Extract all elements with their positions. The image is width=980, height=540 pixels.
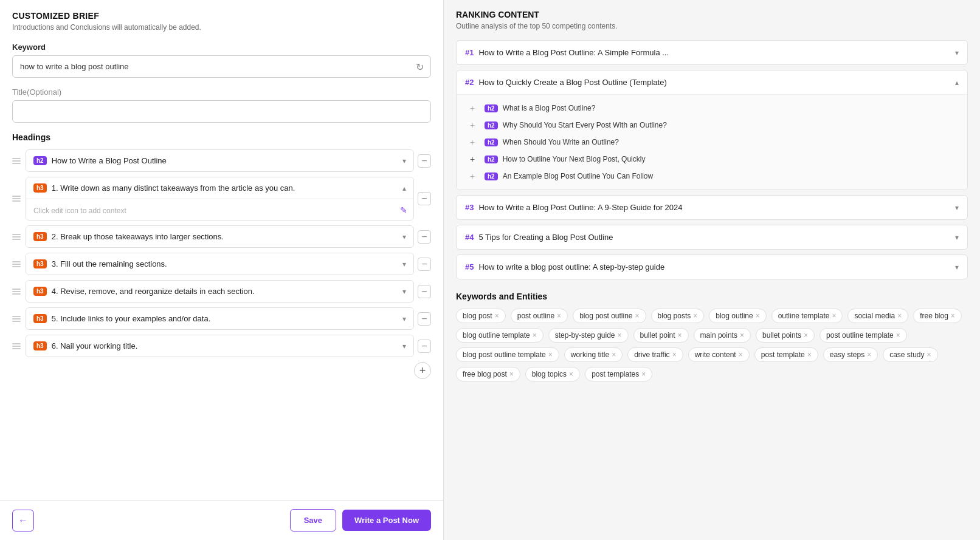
keyword-chip-23[interactable]: post templates× bbox=[585, 367, 652, 381]
keyword-chip-close-11[interactable]: × bbox=[740, 331, 744, 340]
keyword-chip-close-21[interactable]: × bbox=[509, 370, 514, 378]
keyword-chip-close-14[interactable]: × bbox=[548, 350, 553, 359]
rank-sub-item-1-2[interactable]: + h2 When Should You Write an Outline? bbox=[465, 134, 959, 151]
keyword-chip-close-4[interactable]: × bbox=[756, 312, 760, 320]
title-input[interactable] bbox=[12, 100, 431, 123]
h2-sub-badge-1-2: h2 bbox=[485, 138, 498, 146]
remove-heading-4[interactable]: − bbox=[418, 285, 431, 298]
keyword-chip-close-9[interactable]: × bbox=[618, 331, 622, 340]
edit-icon-1[interactable]: ✎ bbox=[400, 205, 407, 215]
rank-header-1[interactable]: #2 How to Quickly Create a Blog Post Out… bbox=[457, 70, 967, 94]
remove-heading-1[interactable]: − bbox=[418, 192, 431, 205]
keyword-chip-close-5[interactable]: × bbox=[832, 312, 836, 320]
remove-heading-0[interactable]: − bbox=[418, 154, 431, 168]
keyword-chip-close-6[interactable]: × bbox=[897, 312, 902, 320]
keyword-chip-label-11: main points bbox=[700, 331, 737, 340]
heading-card-header-3[interactable]: h3 3. Fill out the remaining sections. ▾ bbox=[26, 253, 413, 275]
drag-handle-2[interactable] bbox=[12, 231, 22, 242]
keyword-chip-close-12[interactable]: × bbox=[804, 331, 808, 340]
keyword-chip-15[interactable]: working title× bbox=[564, 347, 623, 362]
keyword-chip-close-23[interactable]: × bbox=[641, 370, 646, 378]
heading-card-1: h3 1. Write down as many distinct takeaw… bbox=[26, 177, 414, 220]
keyword-chip-close-8[interactable]: × bbox=[533, 331, 537, 340]
keyword-chip-3[interactable]: blog posts× bbox=[651, 309, 705, 323]
rank-item-0: #1 How to Write a Blog Post Outline: A S… bbox=[456, 40, 968, 65]
keyword-chip-8[interactable]: blog outline template× bbox=[456, 328, 543, 343]
keyword-chip-close-10[interactable]: × bbox=[678, 331, 682, 340]
drag-handle-1[interactable] bbox=[12, 193, 22, 204]
heading-card-header-0[interactable]: h2 How to Write a Blog Post Outline ▾ bbox=[26, 150, 413, 171]
keyword-chip-1[interactable]: post outline× bbox=[511, 309, 568, 323]
rank-header-2[interactable]: #3 How to Write a Blog Post Outline: A 9… bbox=[457, 196, 967, 219]
rank-sub-item-1-1[interactable]: + h2 Why Should You Start Every Post Wit… bbox=[465, 117, 959, 134]
remove-heading-6[interactable]: − bbox=[418, 340, 431, 353]
keyword-chip-6[interactable]: social media× bbox=[847, 309, 908, 323]
keyword-chip-close-19[interactable]: × bbox=[867, 350, 871, 359]
drag-handle-4[interactable] bbox=[12, 286, 22, 297]
heading-card-header-6[interactable]: h3 6. Nail your working title. ▾ bbox=[26, 335, 413, 357]
chevron-down-icon-6: ▾ bbox=[402, 342, 406, 350]
keyword-chip-18[interactable]: post template× bbox=[754, 347, 818, 362]
rank-header-4[interactable]: #5 How to write a blog post outline: A s… bbox=[457, 255, 967, 279]
keyword-chip-close-18[interactable]: × bbox=[807, 350, 812, 359]
keyword-chip-12[interactable]: bullet points× bbox=[756, 328, 815, 343]
heading-card-header-2[interactable]: h3 2. Break up those takeaways into larg… bbox=[26, 226, 413, 247]
keyword-chip-close-1[interactable]: × bbox=[557, 312, 561, 320]
write-post-button[interactable]: Write a Post Now bbox=[342, 510, 431, 531]
keyword-chip-21[interactable]: free blog post× bbox=[456, 367, 520, 381]
keyword-chip-close-0[interactable]: × bbox=[495, 312, 499, 320]
keyword-chip-14[interactable]: blog post outline template× bbox=[456, 347, 559, 362]
rank-sub-item-1-0[interactable]: + h2 What is a Blog Post Outline? bbox=[465, 100, 959, 117]
rank-sub-item-1-3[interactable]: + h2 How to Outline Your Next Blog Post,… bbox=[465, 151, 959, 168]
keyword-chip-9[interactable]: step-by-step guide× bbox=[548, 328, 629, 343]
keyword-chip-17[interactable]: write content× bbox=[688, 347, 750, 362]
remove-heading-5[interactable]: − bbox=[418, 312, 431, 326]
keyword-chip-0[interactable]: blog post× bbox=[456, 309, 506, 323]
drag-handle-6[interactable] bbox=[12, 341, 22, 352]
keyword-chip-5[interactable]: outline template× bbox=[771, 309, 843, 323]
keyword-chip-20[interactable]: case study× bbox=[883, 347, 937, 362]
save-button[interactable]: Save bbox=[290, 509, 336, 531]
remove-heading-3[interactable]: − bbox=[418, 258, 431, 271]
rank-sub-item-1-4[interactable]: + h2 An Example Blog Post Outline You Ca… bbox=[465, 168, 959, 185]
back-button[interactable]: ← bbox=[12, 510, 34, 531]
heading-card-header-4[interactable]: h3 4. Revise, remove, and reorganize det… bbox=[26, 281, 413, 302]
heading-card-header-5[interactable]: h3 5. Include links to your examples and… bbox=[26, 308, 413, 329]
right-panel: RANKING CONTENT Outline analysis of the … bbox=[444, 0, 980, 540]
keyword-chip-16[interactable]: drive traffic× bbox=[627, 347, 683, 362]
keyword-chip-close-7[interactable]: × bbox=[951, 312, 955, 320]
keyword-chip-close-13[interactable]: × bbox=[896, 331, 900, 340]
drag-handle-3[interactable] bbox=[12, 259, 22, 270]
rank-header-3[interactable]: #4 5 Tips for Creating a Blog Post Outli… bbox=[457, 225, 967, 249]
refresh-icon[interactable]: ↻ bbox=[416, 61, 424, 72]
keyword-chip-close-22[interactable]: × bbox=[569, 370, 573, 378]
drag-handle-0[interactable] bbox=[12, 156, 22, 166]
add-heading-button[interactable]: + bbox=[414, 362, 431, 379]
keyword-input[interactable] bbox=[12, 55, 431, 78]
keyword-chip-close-2[interactable]: × bbox=[635, 312, 640, 320]
keyword-chip-11[interactable]: main points× bbox=[694, 328, 751, 343]
rank-sub-text-1-1: Why Should You Start Every Post With an … bbox=[503, 121, 667, 129]
remove-heading-2[interactable]: − bbox=[418, 230, 431, 244]
keyword-chip-13[interactable]: post outline template× bbox=[820, 328, 907, 343]
keyword-chip-10[interactable]: bullet point× bbox=[633, 328, 689, 343]
keyword-chip-close-20[interactable]: × bbox=[927, 350, 931, 359]
keyword-chip-19[interactable]: easy steps× bbox=[823, 347, 878, 362]
title-wrapper bbox=[12, 100, 431, 123]
keyword-chip-close-16[interactable]: × bbox=[672, 350, 677, 359]
heading-text-0: How to Write a Blog Post Outline bbox=[52, 156, 398, 165]
keyword-chip-close-3[interactable]: × bbox=[693, 312, 697, 320]
keyword-chip-7[interactable]: free blog× bbox=[913, 309, 962, 323]
keyword-chip-22[interactable]: blog topics× bbox=[525, 367, 580, 381]
keyword-chip-2[interactable]: blog post outline× bbox=[573, 309, 646, 323]
left-panel: CUSTOMIZED BRIEF Introductions and Concl… bbox=[0, 0, 444, 540]
chevron-down-icon-2: ▾ bbox=[402, 233, 406, 241]
context-area-1: Click edit icon to add context ✎ bbox=[26, 199, 413, 220]
drag-handle-5[interactable] bbox=[12, 313, 22, 324]
keyword-chip-close-15[interactable]: × bbox=[612, 350, 616, 359]
rank-header-0[interactable]: #1 How to Write a Blog Post Outline: A S… bbox=[457, 41, 967, 64]
keyword-chip-close-17[interactable]: × bbox=[739, 350, 743, 359]
keyword-chip-4[interactable]: blog outline× bbox=[709, 309, 766, 323]
keyword-chip-label-0: blog post bbox=[463, 312, 492, 320]
heading-card-header-1[interactable]: h3 1. Write down as many distinct takeaw… bbox=[26, 177, 413, 199]
